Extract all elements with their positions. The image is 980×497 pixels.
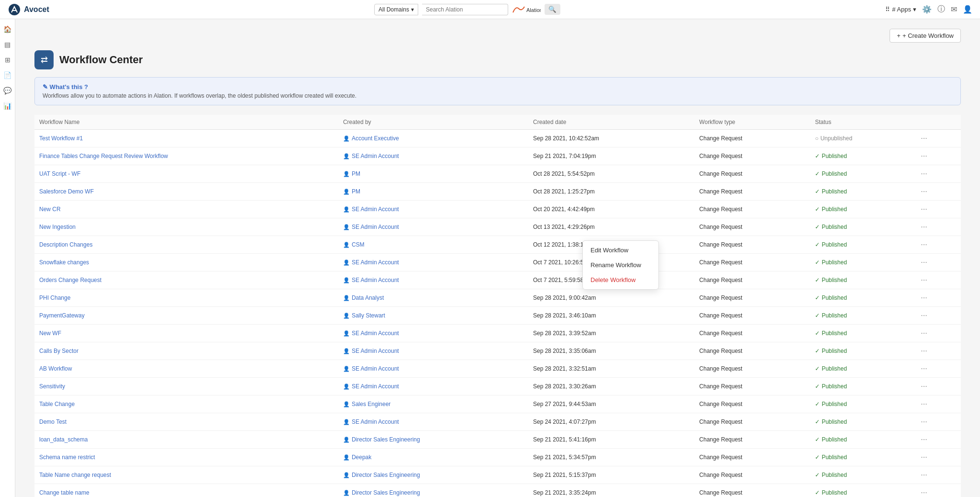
row-menu-button[interactable]: ···: [918, 452, 930, 463]
row-menu-button[interactable]: ···: [918, 487, 930, 497]
created-by-cell: 👤Data Analyst: [338, 289, 528, 307]
check-icon: ✓: [815, 348, 820, 354]
row-menu-button[interactable]: ···: [918, 204, 930, 215]
user-link[interactable]: 👤Sales Engineer: [343, 401, 523, 407]
user-link[interactable]: 👤SE Admin Account: [343, 383, 523, 390]
user-link[interactable]: 👤SE Admin Account: [343, 418, 523, 425]
row-menu-button[interactable]: ···: [918, 310, 930, 321]
sidebar-grid-icon[interactable]: ⊞: [2, 54, 13, 66]
row-menu-button[interactable]: ···: [918, 222, 930, 232]
user-avatar-icon: 👤: [343, 401, 350, 407]
check-icon: ✓: [815, 259, 820, 266]
row-menu-button[interactable]: ···: [918, 381, 930, 392]
table-row: AB Workflow👤SE Admin AccountSep 28 2021,…: [34, 360, 961, 378]
row-menu-button[interactable]: ···: [918, 434, 930, 445]
help-icon[interactable]: ⓘ: [937, 4, 945, 14]
table-row: Schema name restrict👤DeepakSep 21 2021, …: [34, 449, 961, 466]
create-workflow-button[interactable]: + + Create Workflow: [890, 29, 961, 43]
settings-icon[interactable]: ⚙️: [922, 5, 932, 14]
user-link[interactable]: 👤SE Admin Account: [343, 348, 523, 354]
actions-cell: ···: [913, 130, 961, 147]
top-navigation: Avocet All Domains ▾ Alation 🔍 ⠿ # Apps …: [0, 0, 980, 19]
user-link[interactable]: 👤SE Admin Account: [343, 277, 523, 283]
row-menu-button[interactable]: ···: [918, 293, 930, 303]
notifications-icon[interactable]: ✉: [951, 5, 957, 14]
status-cell: ✓Published: [810, 466, 913, 484]
row-menu-button[interactable]: ···: [918, 470, 930, 480]
user-link[interactable]: 👤Director Sales Engineering: [343, 436, 523, 443]
svg-point-0: [9, 4, 20, 15]
user-link[interactable]: 👤Director Sales Engineering: [343, 472, 523, 478]
row-menu-button[interactable]: ···: [918, 151, 930, 161]
alation-brand: Alation: [512, 5, 541, 14]
sidebar-home-icon[interactable]: 🏠: [1, 23, 14, 35]
row-menu-button[interactable]: ···: [918, 133, 930, 144]
user-link[interactable]: 👤SE Admin Account: [343, 259, 523, 266]
user-link[interactable]: 👤CSM: [343, 241, 523, 248]
status-badge: ✓Published: [815, 401, 908, 407]
col-created-date: Created date: [528, 115, 694, 130]
row-menu-button[interactable]: ···: [918, 257, 930, 268]
user-link[interactable]: 👤PM: [343, 188, 523, 195]
user-avatar-icon: 👤: [343, 242, 350, 248]
logo[interactable]: Avocet: [8, 3, 49, 16]
user-link[interactable]: 👤Account Executive: [343, 135, 523, 142]
created-by-cell: 👤SE Admin Account: [338, 147, 528, 165]
row-menu-button[interactable]: ···: [918, 328, 930, 339]
created-date-cell: Sep 27 2021, 9:44:53am: [528, 395, 694, 413]
row-menu-button[interactable]: ···: [918, 169, 930, 179]
table-row: New WF👤SE Admin AccountSep 28 2021, 3:39…: [34, 325, 961, 342]
sidebar-chart-icon[interactable]: 📊: [1, 100, 14, 112]
sidebar-tables-icon[interactable]: ▤: [2, 38, 13, 51]
user-link[interactable]: 👤Director Sales Engineering: [343, 489, 523, 496]
user-link[interactable]: 👤SE Admin Account: [343, 153, 523, 159]
row-menu-button[interactable]: ···: [918, 363, 930, 374]
apps-menu[interactable]: ⠿ # Apps ▾: [885, 6, 916, 13]
user-link[interactable]: 👤SE Admin Account: [343, 206, 523, 213]
rename-workflow-menu-item[interactable]: Rename Workflow: [583, 258, 658, 272]
actions-cell: ···: [913, 183, 961, 201]
check-icon: ✓: [815, 330, 820, 337]
row-menu-button[interactable]: ···: [918, 275, 930, 285]
row-menu-button[interactable]: ···: [918, 346, 930, 356]
info-text: Workflows allow you to automate actions …: [43, 92, 953, 99]
check-icon: ✓: [815, 294, 820, 301]
user-link[interactable]: 👤Data Analyst: [343, 294, 523, 301]
user-link[interactable]: 👤SE Admin Account: [343, 330, 523, 337]
sidebar-chat-icon[interactable]: 💬: [1, 84, 14, 97]
status-badge: ✓Published: [815, 188, 908, 195]
user-avatar-icon: 👤: [343, 437, 350, 443]
user-link[interactable]: 👤SE Admin Account: [343, 365, 523, 372]
status-cell: ✓Published: [810, 449, 913, 466]
status-cell: ✓Published: [810, 183, 913, 201]
user-link[interactable]: 👤PM: [343, 170, 523, 177]
edit-workflow-menu-item[interactable]: Edit Workflow: [583, 243, 658, 258]
nav-right: ⠿ # Apps ▾ ⚙️ ⓘ ✉ 👤: [885, 4, 972, 14]
sidebar: 🏠 ▤ ⊞ 📄 💬 📊: [0, 19, 15, 497]
row-menu-button[interactable]: ···: [918, 417, 930, 427]
row-menu-button[interactable]: ···: [918, 186, 930, 197]
actions-cell: ···: [913, 395, 961, 413]
sidebar-file-icon[interactable]: 📄: [1, 69, 14, 81]
workflow-name-cell: Description Changes: [34, 236, 338, 254]
check-icon: ✓: [815, 153, 820, 159]
workflow-type-cell: Change Request: [694, 147, 810, 165]
search-input[interactable]: [426, 6, 504, 13]
row-menu-button[interactable]: ···: [918, 239, 930, 250]
user-link[interactable]: 👤Deepak: [343, 454, 523, 461]
user-icon[interactable]: 👤: [963, 5, 972, 14]
search-button[interactable]: 🔍: [545, 4, 560, 15]
status-badge: ✓Published: [815, 489, 908, 496]
domain-dropdown[interactable]: All Domains ▾: [374, 4, 418, 15]
user-link[interactable]: 👤SE Admin Account: [343, 224, 523, 230]
workflow-symbol: ⇄: [41, 55, 48, 65]
table-row: PHI Change👤Data AnalystSep 28 2021, 9:00…: [34, 289, 961, 307]
created-by-cell: 👤Director Sales Engineering: [338, 431, 528, 449]
workflow-name-cell: PaymentGateway: [34, 307, 338, 325]
user-link[interactable]: 👤Sally Stewart: [343, 312, 523, 319]
check-icon: ✓: [815, 436, 820, 443]
row-menu-button[interactable]: ···: [918, 399, 930, 409]
delete-workflow-menu-item[interactable]: Delete Workflow: [583, 272, 658, 287]
status-badge: ✓Published: [815, 383, 908, 390]
created-by-cell: 👤SE Admin Account: [338, 325, 528, 342]
